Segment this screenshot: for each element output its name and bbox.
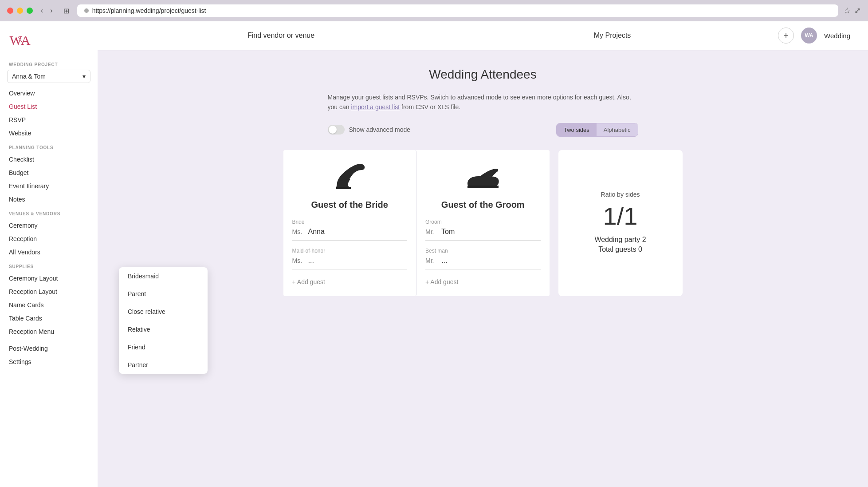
browser-actions: ☆ ⤢: [844, 6, 861, 16]
moh-salutation: Ms.: [292, 257, 305, 264]
ratio-label: Ratio by sides: [601, 191, 640, 198]
sidebar-item-ceremony-layout[interactable]: Ceremony Layout: [0, 272, 98, 285]
guest-columns: Guest of the Bride Bride Ms. Maid-of-hon…: [283, 150, 550, 296]
moh-input-row: Ms.: [292, 257, 408, 269]
dropdown-item-partner[interactable]: Partner: [119, 356, 208, 374]
advanced-mode-toggle-label: Show advanced mode: [328, 125, 411, 135]
groom-column-title: Guest of the Groom: [425, 200, 541, 210]
groom-name-input[interactable]: [441, 228, 541, 236]
bride-name-input[interactable]: [308, 228, 408, 236]
groom-column: Guest of the Groom Groom Mr. Best man Mr…: [416, 150, 550, 296]
sidebar-item-ceremony[interactable]: Ceremony: [0, 219, 98, 232]
groom-role-label: Groom: [425, 219, 541, 225]
bestman-salutation: Mr.: [425, 257, 438, 264]
sidebar-logo: W A: [0, 30, 98, 57]
page-body: Wedding Attendees Manage your guest list…: [98, 50, 868, 487]
project-selector[interactable]: Anna & Tom ▾: [7, 70, 90, 83]
bride-input-row: Ms.: [292, 228, 408, 241]
bestman-role-label: Best man: [425, 248, 541, 254]
minimize-window-btn[interactable]: [17, 8, 23, 14]
wedding-project-label: WEDDING PROJECT: [0, 57, 98, 70]
sidebar-item-reception-layout[interactable]: Reception Layout: [0, 285, 98, 298]
bestman-name-input[interactable]: [441, 257, 541, 265]
sidebar-item-name-cards[interactable]: Name Cards: [0, 298, 98, 312]
sidebar-item-reception-menu[interactable]: Reception Menu: [0, 325, 98, 338]
plus-icon: +: [783, 31, 789, 41]
dropdown-item-friend[interactable]: Friend: [119, 338, 208, 356]
back-button[interactable]: ‹: [38, 6, 46, 16]
sidebar-item-post-wedding[interactable]: Post-Wedding: [0, 342, 98, 355]
bride-column: Guest of the Bride Bride Ms. Maid-of-hon…: [283, 150, 417, 296]
svg-text:A: A: [21, 33, 31, 48]
two-sides-button[interactable]: Two sides: [557, 123, 597, 136]
top-nav-right: + WA Wedding: [778, 28, 850, 44]
traffic-lights: [7, 8, 33, 14]
controls-row: Show advanced mode Two sides Alphabetic: [328, 123, 638, 137]
sidebar-item-guest-list[interactable]: Guest List: [0, 100, 98, 113]
user-name: Wedding: [824, 32, 850, 40]
sidebar-item-event-itinerary[interactable]: Event Itinerary: [0, 179, 98, 193]
sidebar-toggle-button[interactable]: ⊞: [61, 6, 72, 16]
groom-salutation: Mr.: [425, 228, 438, 235]
add-project-button[interactable]: +: [778, 28, 794, 44]
top-nav: Find vendor or venue My Projects + WA We…: [98, 21, 868, 50]
dress-shoe-icon: [463, 159, 503, 194]
page-title: Wedding Attendees: [124, 67, 841, 82]
address-bar[interactable]: https://planning.wedding/project/guest-l…: [77, 4, 838, 17]
chevron-down-icon: ▾: [82, 73, 86, 80]
sidebar-item-overview[interactable]: Overview: [0, 87, 98, 100]
my-projects-link[interactable]: My Projects: [594, 32, 631, 40]
browser-chrome: ‹ › ⊞ https://planning.wedding/project/g…: [0, 0, 868, 21]
main-content: Find vendor or venue My Projects + WA We…: [98, 21, 868, 487]
guests-wrapper: Guest of the Bride Bride Ms. Maid-of-hon…: [283, 150, 683, 296]
add-groom-guest-button[interactable]: + Add guest: [425, 277, 458, 287]
logo-icon: W A: [9, 30, 35, 50]
advanced-mode-label: Show advanced mode: [349, 126, 411, 133]
groom-icon: [425, 159, 541, 194]
sidebar-item-website[interactable]: Website: [0, 127, 98, 140]
bride-icon: [292, 159, 408, 194]
sidebar-item-rsvp[interactable]: RSVP: [0, 113, 98, 127]
ratio-value: 1/1: [603, 202, 638, 230]
sidebar-item-checklist[interactable]: Checklist: [0, 153, 98, 166]
dropdown-item-relative[interactable]: Relative: [119, 321, 208, 338]
find-vendor-link[interactable]: Find vendor or venue: [247, 32, 314, 40]
dropdown-item-bridesmaid[interactable]: Bridesmaid: [119, 267, 208, 285]
dropdown-item-close-relative[interactable]: Close relative: [119, 303, 208, 321]
security-icon: [84, 8, 89, 13]
sidebar-item-notes[interactable]: Notes: [0, 193, 98, 206]
alphabetic-button[interactable]: Alphabetic: [597, 123, 638, 136]
avatar: WA: [801, 28, 817, 44]
sidebar: W A WEDDING PROJECT Anna & Tom ▾ Overvie…: [0, 21, 98, 487]
sidebar-item-all-vendors[interactable]: All Vendors: [0, 245, 98, 259]
import-guest-list-link[interactable]: import a guest list: [351, 103, 400, 111]
fullscreen-button[interactable]: ⤢: [854, 6, 861, 16]
dropdown-item-parent[interactable]: Parent: [119, 285, 208, 303]
moh-role-label: Maid-of-honor: [292, 248, 408, 254]
planning-tools-label: PLANNING TOOLS: [0, 140, 98, 153]
add-guest-dropdown: Bridesmaid Parent Close relative Relativ…: [119, 267, 208, 374]
moh-name-input[interactable]: [308, 257, 408, 265]
bride-role-label: Bride: [292, 219, 408, 225]
sidebar-item-budget[interactable]: Budget: [0, 166, 98, 179]
app-container: W A WEDDING PROJECT Anna & Tom ▾ Overvie…: [0, 21, 868, 487]
maximize-window-btn[interactable]: [27, 8, 33, 14]
sidebar-item-settings[interactable]: Settings: [0, 355, 98, 368]
bride-salutation: Ms.: [292, 228, 305, 235]
sidebar-item-reception[interactable]: Reception: [0, 232, 98, 245]
stats-panel: Ratio by sides 1/1 Wedding party 2 Total…: [558, 150, 683, 296]
groom-input-row: Mr.: [425, 228, 541, 241]
url-text: https://planning.wedding/project/guest-l…: [92, 7, 206, 14]
bestman-input-row: Mr.: [425, 257, 541, 269]
close-window-btn[interactable]: [7, 8, 13, 14]
nav-buttons: ‹ ›: [38, 6, 55, 16]
total-guests-label: Total guests 0: [598, 245, 642, 253]
forward-button[interactable]: ›: [47, 6, 55, 16]
sidebar-item-table-cards[interactable]: Table Cards: [0, 312, 98, 325]
venues-vendors-label: VENUES & VENDORS: [0, 206, 98, 219]
top-nav-my-projects: My Projects: [447, 32, 778, 40]
bookmark-button[interactable]: ☆: [844, 6, 851, 16]
add-bride-guest-button[interactable]: + Add guest: [292, 277, 325, 287]
high-heel-icon: [330, 159, 369, 194]
advanced-mode-toggle[interactable]: [328, 125, 345, 135]
